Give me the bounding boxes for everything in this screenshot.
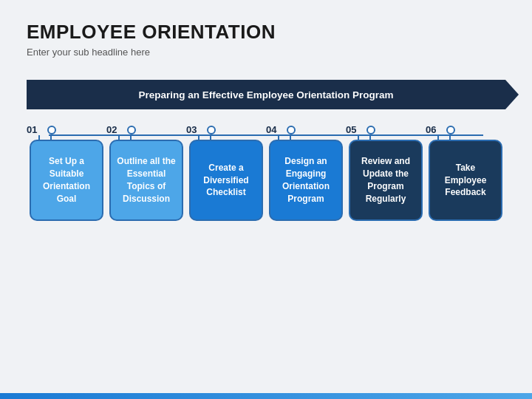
step-card-06: Take Employee Feedback xyxy=(429,140,502,221)
step-dot-02 xyxy=(127,126,136,134)
step-06: 06Take Employee Feedback xyxy=(426,124,505,221)
page-title: EMPLOYEE ORIENTATION xyxy=(27,21,505,44)
slide: EMPLOYEE ORIENTATION Enter your sub head… xyxy=(0,0,532,399)
step-04: 04Design an Engaging Orientation Program xyxy=(266,124,346,221)
page-subtitle: Enter your sub headline here xyxy=(27,47,505,58)
step-01: 01Set Up a Suitable Orientation Goal xyxy=(27,124,106,221)
step-dot-01 xyxy=(47,126,56,134)
steps-row: 01Set Up a Suitable Orientation Goal02Ou… xyxy=(27,124,505,221)
step-card-01: Set Up a Suitable Orientation Goal xyxy=(30,140,103,221)
step-card-04: Design an Engaging Orientation Program xyxy=(269,140,342,221)
step-card-03: Create a Diversified Checklist xyxy=(189,140,262,221)
step-number-06: 06 xyxy=(426,124,443,135)
step-card-05: Review and Update the Program Regularly xyxy=(349,140,422,221)
step-dot-04 xyxy=(287,126,296,134)
step-dot-03 xyxy=(207,126,216,134)
step-number-05: 05 xyxy=(346,124,364,135)
step-number-02: 02 xyxy=(106,124,124,135)
step-number-01: 01 xyxy=(27,124,44,135)
step-03: 03Create a Diversified Checklist xyxy=(186,124,266,221)
step-number-04: 04 xyxy=(266,124,284,135)
step-card-02: Outline all the Essential Topics of Disc… xyxy=(109,140,183,221)
step-02: 02Outline all the Essential Topics of Di… xyxy=(106,124,186,221)
step-dot-06 xyxy=(446,126,455,134)
banner-text: Preparing an Effective Employee Orientat… xyxy=(138,89,393,100)
bottom-bar xyxy=(0,393,532,399)
banner: Preparing an Effective Employee Orientat… xyxy=(27,80,505,109)
step-05: 05Review and Update the Program Regularl… xyxy=(346,124,426,221)
step-dot-05 xyxy=(366,126,375,134)
step-number-03: 03 xyxy=(186,124,204,135)
